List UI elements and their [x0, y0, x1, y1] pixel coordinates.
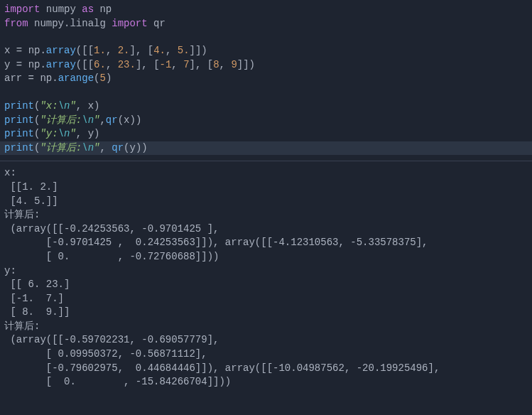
output-line: [-0.79602975, 0.44684446]]), array([[-10… [4, 362, 528, 376]
function-call: arange [58, 72, 94, 84]
output-line: x: [4, 166, 528, 180]
code-line-8: print("x:\n", x) [4, 99, 528, 114]
output-line: [-0.9701425 , 0.24253563]]), array([[-4.… [4, 236, 528, 250]
output-line: [ 0. , -15.84266704]])) [4, 375, 528, 389]
print-call: print [4, 128, 34, 139]
print-call: print [4, 114, 34, 126]
function-call: array [46, 59, 76, 70]
output-line: (array([[-0.24253563, -0.9701425 ], [4, 222, 528, 237]
keyword-import: import [112, 18, 147, 29]
code-line-blank [4, 86, 528, 99]
code-line-1: import numpy as np [4, 3, 528, 17]
module-name: numpy.linalg [34, 18, 106, 29]
code-line-9: print("计算后:\n",qr(x)) [4, 114, 528, 128]
code-line-4: x = np.array([[1., 2.], [4., 5.]]) [4, 44, 528, 58]
keyword-from: from [4, 18, 28, 29]
function-call: array [46, 45, 76, 56]
output-line: [-1. 7.] [4, 292, 528, 306]
alias: np [99, 4, 112, 15]
code-editor[interactable]: import numpy as np from numpy.linalg imp… [0, 0, 532, 158]
output-line: (array([[-0.59702231, -0.69057779], [4, 333, 528, 347]
assign-op: = [10, 45, 28, 56]
code-line-10: print("y:\n", y) [4, 127, 528, 141]
print-call: print [4, 100, 34, 112]
output-line: [[ 6. 23.] [4, 278, 528, 292]
code-line-6: arr = np.arange(5) [4, 72, 528, 86]
code-line-blank [4, 31, 528, 44]
output-line: [ 8. 9.]] [4, 306, 528, 320]
code-line-5: y = np.array([[6., 23.], [-1, 7], [8, 9]… [4, 58, 528, 72]
output-line: [ 0. , -0.72760688]])) [4, 250, 528, 264]
code-line-11-highlighted: print("计算后:\n", qr(y)) [0, 141, 532, 156]
output-line: 计算后: [4, 208, 528, 222]
output-line: [4. 5.]] [4, 195, 528, 209]
output-line: y: [4, 264, 528, 279]
code-line-2: from numpy.linalg import qr [4, 17, 528, 31]
output-line: [ 0.09950372, -0.56871112], [4, 347, 528, 362]
output-line: 计算后: [4, 320, 528, 334]
import-name: qr [153, 18, 165, 29]
print-call: print [4, 142, 34, 153]
module-name: numpy [46, 4, 76, 15]
keyword-import: import [4, 4, 40, 15]
output-line: [[1. 2.] [4, 180, 528, 195]
output-panel[interactable]: x: [[1. 2.] [4. 5.]] 计算后: (array([[-0.24… [0, 165, 532, 391]
variable: arr [4, 72, 22, 84]
keyword-as: as [82, 4, 94, 15]
